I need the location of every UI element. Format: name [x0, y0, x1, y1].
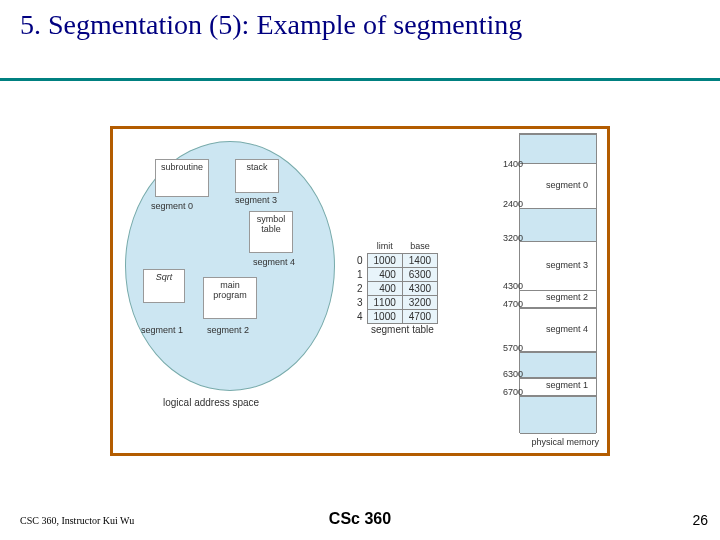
- pm-addr: 3200: [485, 233, 523, 243]
- pm-addr: 4700: [485, 299, 523, 309]
- segment-table-header-limit: limit: [367, 241, 402, 254]
- pm-addr: 2400: [485, 199, 523, 209]
- pm-bottom-pad: [520, 396, 596, 434]
- pm-gap-1: [520, 208, 596, 242]
- physical-memory: segment 0 segment 3 segment 2 segment 4 …: [519, 133, 597, 433]
- segment-table-idx: 3: [357, 296, 367, 310]
- segment-table-base: 4700: [402, 310, 437, 324]
- segment-box-symbol-table: symbol table: [249, 211, 293, 253]
- segment-table-idx: 1: [357, 268, 367, 282]
- segment-box-stack: stack: [235, 159, 279, 193]
- pm-top-pad: [520, 134, 596, 164]
- pm-addr: 1400: [485, 159, 523, 169]
- segment-table-limit: 1100: [367, 296, 402, 310]
- segment-table-idx: 2: [357, 282, 367, 296]
- segment-table-limit: 400: [367, 282, 402, 296]
- logical-address-space-label: logical address space: [163, 397, 259, 408]
- segment-label-1: segment 1: [141, 325, 183, 335]
- segment-label-3: segment 3: [235, 195, 277, 205]
- footer-course: CSc 360: [0, 510, 720, 528]
- segment-table-base: 4300: [402, 282, 437, 296]
- pm-seg-1-label: segment 1: [546, 380, 588, 390]
- segment-table-label: segment table: [371, 324, 434, 335]
- segment-label-2: segment 2: [207, 325, 249, 335]
- pm-seg-4-label: segment 4: [546, 324, 588, 334]
- pm-seg-3-label: segment 3: [546, 260, 588, 270]
- segment-table-limit: 1000: [367, 254, 402, 268]
- segment-box-sqrt: Sqrt: [143, 269, 185, 303]
- title-divider: [0, 78, 720, 81]
- pm-addr: 6700: [485, 387, 523, 397]
- segment-table-limit: 1000: [367, 310, 402, 324]
- pm-gap-2: [520, 352, 596, 378]
- pm-addr: 5700: [485, 343, 523, 353]
- footer-page-number: 26: [692, 512, 708, 528]
- segment-label-0: segment 0: [151, 201, 193, 211]
- segment-label-4: segment 4: [253, 257, 295, 267]
- segment-box-main-program: main program: [203, 277, 257, 319]
- segment-table-limit: 400: [367, 268, 402, 282]
- segment-table-base: 3200: [402, 296, 437, 310]
- pm-addr: 6300: [485, 369, 523, 379]
- segment-table-base: 6300: [402, 268, 437, 282]
- segment-box-subroutine: subroutine: [155, 159, 209, 197]
- physical-memory-label: physical memory: [531, 437, 599, 447]
- pm-seg-2-label: segment 2: [546, 292, 588, 302]
- segmentation-figure: logical address space subroutine segment…: [110, 126, 610, 456]
- slide-title: 5. Segmentation (5): Example of segmenti…: [20, 8, 522, 42]
- segment-table: limit base 010001400 14006300 24004300 3…: [357, 241, 438, 324]
- segment-table-idx: 0: [357, 254, 367, 268]
- pm-seg-0-label: segment 0: [546, 180, 588, 190]
- segment-table-idx: 4: [357, 310, 367, 324]
- segment-table-base: 1400: [402, 254, 437, 268]
- pm-addr: 4300: [485, 281, 523, 291]
- segment-table-header-base: base: [402, 241, 437, 254]
